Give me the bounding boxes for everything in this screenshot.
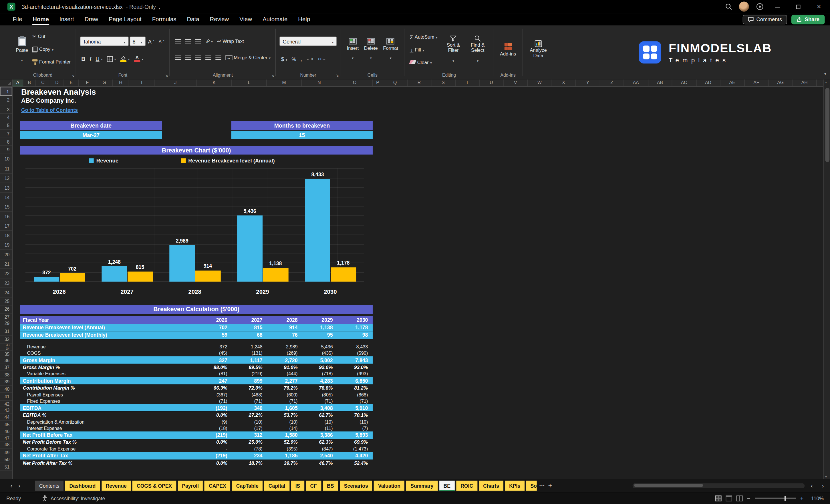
row-header-16[interactable]: 16 — [0, 212, 12, 221]
scroll-right-icon[interactable] — [819, 482, 827, 489]
row-header-50[interactable]: 50 — [0, 456, 12, 463]
column-header-V[interactable]: V — [504, 80, 528, 87]
dialog-launcher-icon[interactable] — [165, 73, 168, 78]
align-bottom-button[interactable] — [194, 38, 202, 44]
zoom-slider[interactable] — [755, 498, 796, 499]
sheet-tab-valuation[interactable]: Valuation — [374, 480, 405, 491]
vertical-scrollbar[interactable] — [823, 80, 830, 479]
bold-button[interactable]: B — [80, 55, 87, 62]
decrease-indent-button[interactable] — [204, 55, 213, 61]
row-header-4[interactable]: 4 — [0, 114, 12, 121]
orientation-button[interactable] — [204, 38, 215, 44]
dialog-launcher-icon[interactable] — [271, 73, 274, 78]
cut-button[interactable]: Cut — [31, 33, 72, 40]
clear-button[interactable]: Clear — [408, 59, 439, 65]
sheet-tab-capex[interactable]: CAPEX — [204, 480, 230, 491]
menu-data[interactable]: Data — [182, 13, 204, 26]
row-header-22[interactable]: 22 — [0, 269, 12, 278]
column-header-AC[interactable]: AC — [672, 80, 696, 87]
align-right-button[interactable] — [194, 55, 202, 61]
row-header-32[interactable]: 32 — [0, 335, 12, 343]
menu-page-layout[interactable]: Page Layout — [103, 13, 147, 26]
sheet-tab-payroll[interactable]: Payroll — [178, 480, 203, 491]
underline-button[interactable]: U — [94, 55, 104, 62]
search-icon[interactable] — [725, 3, 732, 10]
column-header-O[interactable]: O — [337, 80, 373, 87]
row-header-14[interactable]: 14 — [0, 193, 12, 202]
row-header-3[interactable]: 3 — [0, 105, 12, 114]
column-header-AF[interactable]: AF — [744, 80, 768, 87]
zoom-level[interactable]: 110% — [808, 495, 824, 501]
column-header-B[interactable]: B — [23, 80, 36, 87]
zoom-in-button[interactable] — [800, 495, 804, 501]
percent-style-button[interactable]: % — [290, 56, 298, 62]
row-header-29[interactable]: 29 — [0, 320, 12, 327]
copy-button[interactable]: Copy — [31, 46, 72, 53]
row-header-13[interactable]: 13 — [0, 183, 12, 192]
menu-home[interactable]: Home — [28, 13, 54, 26]
sheet-tab-scenarios[interactable]: Scenarios — [340, 480, 372, 491]
column-header-AA[interactable]: AA — [624, 80, 648, 87]
row-header-8[interactable]: 8 — [0, 138, 12, 146]
row-header-11[interactable]: 11 — [0, 164, 12, 174]
column-header-R[interactable]: R — [407, 80, 431, 87]
row-header-45[interactable]: 45 — [0, 421, 12, 428]
column-header-Q[interactable]: Q — [383, 80, 407, 87]
row-header-1[interactable]: 1 — [0, 87, 12, 96]
row-header-33[interactable]: 33 — [0, 343, 12, 347]
row-header-49[interactable]: 49 — [0, 449, 12, 456]
sheet-tab-captable[interactable]: CapTable — [232, 480, 262, 491]
sheet-tab-so[interactable]: So — [526, 480, 537, 491]
fill-button[interactable]: Fill — [408, 46, 439, 53]
italic-button[interactable]: I — [88, 55, 93, 62]
row-header-2[interactable]: 2 — [0, 96, 12, 105]
menu-automate[interactable]: Automate — [257, 13, 293, 26]
row-header-37[interactable]: 37 — [0, 364, 12, 371]
column-header-AD[interactable]: AD — [696, 80, 721, 87]
accounting-format-button[interactable]: $ — [280, 56, 289, 62]
row-header-40[interactable]: 40 — [0, 385, 12, 393]
tab-scroll-left-icon[interactable] — [7, 482, 15, 489]
column-header-AB[interactable]: AB — [648, 80, 672, 87]
column-header-L[interactable]: L — [232, 80, 267, 87]
row-header-27[interactable]: 27 — [0, 314, 12, 320]
row-header-48[interactable]: 48 — [0, 442, 12, 449]
share-button[interactable]: Share — [791, 14, 825, 24]
insert-cells-button[interactable]: Insert — [344, 38, 361, 61]
sheet-tab-is[interactable]: IS — [291, 480, 304, 491]
page-layout-view-button[interactable] — [726, 495, 732, 501]
toc-link[interactable]: Go to Table of Contents — [21, 107, 78, 113]
row-header-51[interactable]: 51 — [0, 463, 12, 471]
page-break-view-button[interactable] — [736, 495, 743, 501]
sheet-tab-kpis[interactable]: KPIs — [505, 480, 524, 491]
select-all-corner[interactable] — [0, 80, 12, 87]
font-name-select[interactable]: Tahoma — [80, 37, 128, 46]
sort-filter-button[interactable]: Sort & Filter — [441, 35, 465, 64]
row-header-34[interactable]: 34 — [0, 347, 12, 351]
dialog-launcher-icon[interactable] — [71, 73, 74, 78]
grow-font-button[interactable] — [147, 38, 156, 44]
column-header-W[interactable]: W — [528, 80, 552, 87]
column-header-H[interactable]: H — [113, 80, 129, 87]
column-header-J[interactable]: J — [154, 80, 197, 87]
menu-view[interactable]: View — [234, 13, 257, 26]
column-header-D[interactable]: D — [50, 80, 64, 87]
zoom-out-button[interactable] — [747, 495, 751, 501]
shrink-font-button[interactable] — [157, 38, 166, 44]
column-header-G[interactable]: G — [96, 80, 113, 87]
column-header-C[interactable]: C — [36, 80, 50, 87]
column-header-AH[interactable]: AH — [793, 80, 817, 87]
row-header-20[interactable]: 20 — [0, 250, 12, 259]
sheet-tab-summary[interactable]: Summary — [406, 480, 438, 491]
menu-review[interactable]: Review — [204, 13, 234, 26]
align-top-button[interactable] — [173, 38, 182, 44]
comma-style-button[interactable]: , — [299, 56, 304, 62]
row-header-7[interactable]: 7 — [0, 130, 12, 138]
column-header-E[interactable]: E — [64, 80, 79, 87]
row-header-36[interactable]: 36 — [0, 357, 12, 364]
row-header-10[interactable]: 10 — [0, 154, 12, 164]
horizontal-scrollbar[interactable] — [633, 483, 805, 488]
collapse-ribbon-icon[interactable] — [824, 68, 826, 77]
row-header-43[interactable]: 43 — [0, 407, 12, 414]
dialog-launcher-icon[interactable] — [336, 73, 339, 78]
